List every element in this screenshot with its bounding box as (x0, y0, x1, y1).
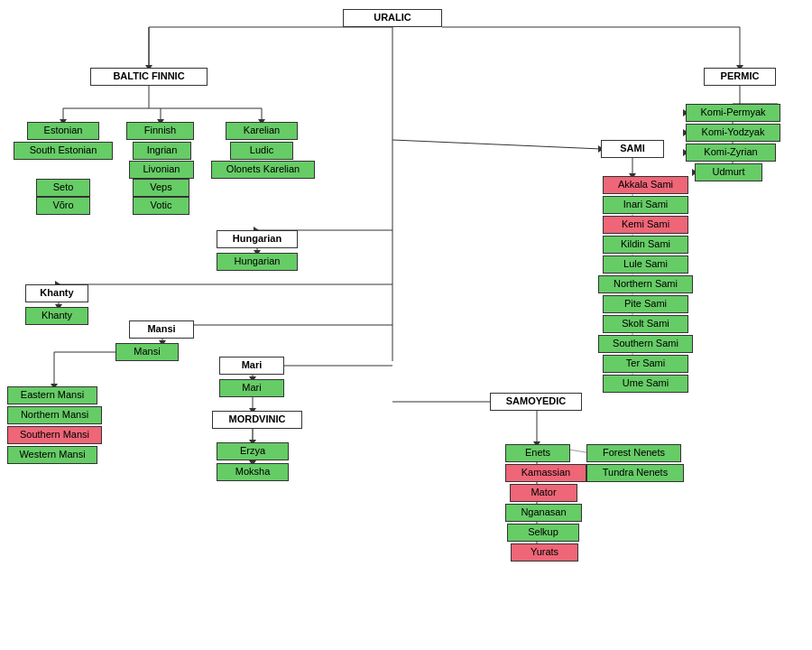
node-yurats[interactable]: Yurats (511, 543, 578, 562)
node-samoyedic: SAMOYEDIC (490, 393, 582, 411)
node-komi-yodzyak[interactable]: Komi-Yodzyak (686, 124, 780, 142)
node-uralic: URALIC (343, 9, 442, 27)
node-enets[interactable]: Enets (505, 444, 570, 462)
node-mansi[interactable]: Mansi (115, 343, 179, 361)
node-southern-mansi[interactable]: Southern Mansi (7, 426, 102, 444)
node-kemi-sami[interactable]: Kemi Sami (603, 216, 688, 234)
node-votic[interactable]: Votic (133, 197, 189, 215)
node-erzya[interactable]: Erzya (217, 442, 289, 460)
node-seto[interactable]: Seto (36, 179, 90, 197)
node-ter-sami[interactable]: Ter Sami (603, 355, 688, 373)
node-finnish[interactable]: Finnish (126, 122, 194, 140)
node-northern-mansi[interactable]: Northern Mansi (7, 406, 102, 424)
node-sami: SAMI (601, 140, 664, 158)
node-karelian[interactable]: Karelian (226, 122, 298, 140)
node-mator[interactable]: Mator (510, 484, 577, 502)
svg-line-16 (392, 140, 601, 149)
node-pite-sami[interactable]: Pite Sami (603, 295, 688, 313)
node-western-mansi[interactable]: Western Mansi (7, 446, 97, 464)
node-selkup[interactable]: Selkup (507, 524, 579, 542)
node-skolt-sami[interactable]: Skolt Sami (603, 315, 688, 333)
node-komi-zyrian[interactable]: Komi-Zyrian (686, 144, 776, 162)
node-ingrian[interactable]: Ingrian (133, 142, 191, 160)
node-lule-sami[interactable]: Lule Sami (603, 255, 688, 274)
node-south-estonian[interactable]: South Estonian (14, 142, 113, 160)
node-tundra-nenets[interactable]: Tundra Nenets (586, 464, 684, 482)
node-hungarian[interactable]: Hungarian (217, 253, 298, 271)
node-mordvinic: MORDVINIC (212, 411, 302, 429)
diagram-container: URALIC BALTIC FINNIC PERMIC Estonian Sou… (0, 0, 812, 650)
node-kamassian[interactable]: Kamassian (505, 464, 586, 482)
node-baltic-finnic: BALTIC FINNIC (90, 68, 208, 86)
node-kildin-sami[interactable]: Kildin Sami (603, 236, 688, 254)
node-moksha[interactable]: Moksha (217, 463, 289, 481)
node-akkala-sami[interactable]: Akkala Sami (603, 176, 688, 194)
node-nganasan[interactable]: Nganasan (505, 504, 582, 522)
node-southern-sami[interactable]: Southern Sami (598, 335, 693, 353)
node-ume-sami[interactable]: Ume Sami (603, 375, 688, 393)
node-voro[interactable]: Võro (36, 197, 90, 215)
node-forest-nenets[interactable]: Forest Nenets (586, 444, 681, 462)
node-komi-permyak[interactable]: Komi-Permyak (686, 104, 780, 122)
node-hungarian-group: Hungarian (217, 230, 298, 248)
node-mari[interactable]: Mari (219, 379, 284, 397)
node-ludic[interactable]: Ludic (230, 142, 293, 160)
node-mansi-group: Mansi (129, 320, 194, 339)
node-mari-group: Mari (219, 357, 284, 375)
node-veps[interactable]: Veps (133, 179, 189, 197)
node-estonian[interactable]: Estonian (27, 122, 99, 140)
node-olonets-karelian[interactable]: Olonets Karelian (211, 161, 315, 179)
node-livonian[interactable]: Livonian (129, 161, 194, 179)
node-khanty-group: Khanty (25, 284, 88, 302)
node-khanty[interactable]: Khanty (25, 307, 88, 325)
node-udmurt[interactable]: Udmurt (695, 163, 762, 181)
node-inari-sami[interactable]: Inari Sami (603, 196, 688, 214)
node-permic: PERMIC (704, 68, 776, 86)
node-northern-sami[interactable]: Northern Sami (598, 275, 693, 293)
connector-lines (0, 0, 812, 650)
node-eastern-mansi[interactable]: Eastern Mansi (7, 386, 97, 404)
